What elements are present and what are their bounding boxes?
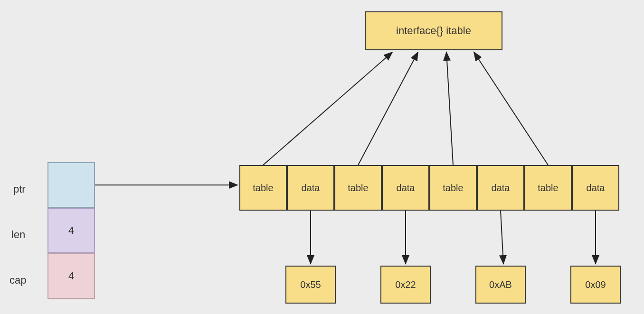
value-0-label: 0x55	[300, 279, 321, 290]
cell-1-data: data	[287, 165, 334, 211]
value-1-box: 0x22	[380, 266, 431, 304]
itable-label: interface{} itable	[396, 25, 471, 37]
cell-5-label: data	[492, 183, 510, 194]
arrow-data2-to-value2	[501, 211, 503, 264]
cell-2-table: table	[334, 165, 382, 211]
value-2-box: 0xAB	[475, 266, 526, 304]
arrow-table2-to-itable	[446, 52, 453, 165]
cell-2-label: table	[348, 183, 368, 194]
slice-cap-box: 4	[47, 253, 95, 299]
value-1-label: 0x22	[395, 279, 416, 290]
slice-ptr-label: ptr	[13, 183, 26, 195]
cell-4-table: table	[429, 165, 477, 211]
cell-0-label: table	[253, 183, 273, 194]
value-2-label: 0xAB	[489, 279, 512, 290]
value-3-box: 0x09	[570, 266, 621, 304]
value-0-box: 0x55	[285, 266, 336, 304]
cell-1-label: data	[302, 183, 320, 194]
slice-len-box: 4	[47, 208, 95, 253]
slice-len-value: 4	[68, 224, 74, 237]
cell-7-data: data	[572, 165, 619, 211]
ptr-text: ptr	[13, 183, 26, 195]
cap-text: cap	[9, 274, 26, 286]
arrow-table0-to-itable	[263, 52, 392, 165]
cell-3-data: data	[382, 165, 429, 211]
cell-3-label: data	[397, 183, 415, 194]
arrow-table3-to-itable	[474, 52, 548, 165]
cell-5-data: data	[477, 165, 524, 211]
arrow-table1-to-itable	[358, 52, 418, 165]
cell-6-label: table	[538, 183, 558, 194]
cell-7-label: data	[587, 183, 605, 194]
len-text: len	[11, 229, 25, 240]
cell-0-table: table	[239, 165, 287, 211]
slice-len-label: len	[11, 229, 25, 241]
itable-box: interface{} itable	[365, 11, 502, 50]
slice-cap-label: cap	[9, 274, 26, 286]
cell-6-table: table	[524, 165, 572, 211]
slice-ptr-box	[47, 162, 95, 208]
cell-4-label: table	[443, 183, 463, 194]
value-3-label: 0x09	[585, 279, 606, 290]
slice-cap-value: 4	[68, 270, 74, 282]
